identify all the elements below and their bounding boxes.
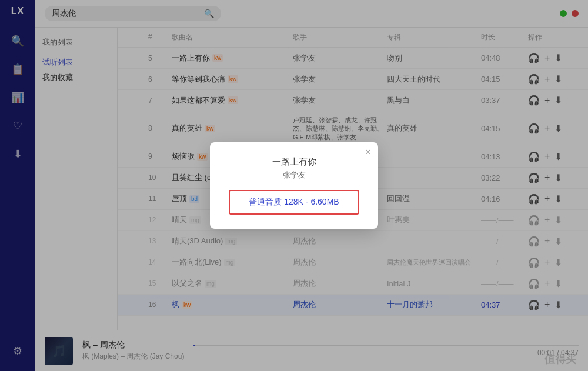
download-quality-button[interactable]: 普通音质 128K - 6.60MB	[229, 190, 359, 215]
modal-song-artist: 张学友	[229, 170, 359, 181]
modal-close-button[interactable]: ×	[365, 147, 370, 158]
modal-overlay[interactable]: × 一路上有你 张学友 普通音质 128K - 6.60MB	[0, 0, 588, 371]
download-modal: × 一路上有你 张学友 普通音质 128K - 6.60MB	[210, 142, 377, 229]
modal-song-title: 一路上有你	[229, 156, 359, 168]
